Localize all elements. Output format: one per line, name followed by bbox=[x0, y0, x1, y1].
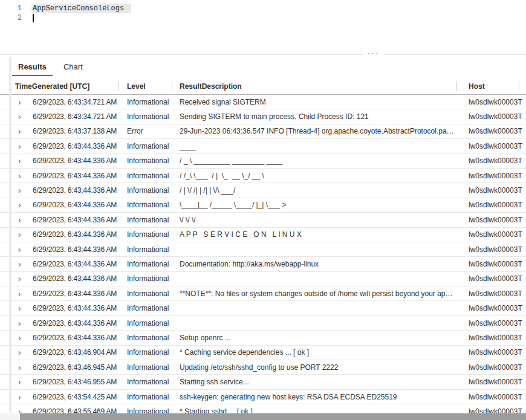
vertical-scrollbar[interactable] bbox=[9, 57, 11, 413]
row-expand-chevron-icon[interactable]: › bbox=[18, 157, 25, 164]
pane-splitter[interactable]: ··· bbox=[0, 54, 526, 55]
table-row[interactable]: › 6/29/2023, 6:43:46.904 AM Informationa… bbox=[0, 346, 526, 360]
table-row[interactable]: › 6/29/2023, 6:43:44.336 AM Informationa… bbox=[0, 169, 526, 183]
tab-chart[interactable]: Chart bbox=[57, 59, 89, 76]
column-header-level-label: Level bbox=[127, 82, 146, 91]
row-expand-chevron-icon[interactable]: › bbox=[18, 290, 25, 297]
table-row[interactable]: › 6/29/2023, 6:43:44.336 AM Informationa… bbox=[0, 316, 526, 331]
row-level: Informational bbox=[119, 289, 172, 298]
row-expand-chevron-icon[interactable]: › bbox=[18, 320, 25, 327]
row-first-cell: › 6/29/2023, 6:43:44.336 AM bbox=[0, 157, 119, 165]
row-first-cell: › 6/29/2023, 6:43:44.336 AM bbox=[0, 201, 119, 209]
row-expand-chevron-icon[interactable]: › bbox=[18, 99, 25, 106]
row-expand-chevron-icon[interactable]: › bbox=[18, 143, 25, 150]
table-row[interactable]: › 6/29/2023, 6:43:44.336 AM Informationa… bbox=[0, 272, 526, 286]
row-resultdescription: A P P S E R V I C E O N L I N U X bbox=[172, 230, 456, 239]
horizontal-scrollbar-thumb[interactable] bbox=[20, 413, 526, 420]
row-level: Informational bbox=[119, 363, 172, 372]
row-first-cell: › 6/29/2023, 6:43:46.945 AM bbox=[0, 363, 119, 372]
table-row[interactable]: › 6/29/2023, 6:43:54.425 AM Informationa… bbox=[0, 390, 526, 404]
column-header-level[interactable]: Level bbox=[119, 78, 172, 94]
editor-line-1: 1 AppServiceConsoleLogs bbox=[0, 4, 526, 13]
row-expand-chevron-icon[interactable]: › bbox=[18, 201, 25, 208]
results-tabbar: Results Chart bbox=[0, 56, 526, 76]
table-row[interactable]: › 6/29/2023, 6:43:44.336 AM Informationa… bbox=[0, 301, 526, 315]
table-row[interactable]: › 6/29/2023, 6:43:34.721 AM Informationa… bbox=[0, 109, 526, 124]
tab-results[interactable]: Results bbox=[12, 59, 53, 76]
row-expand-chevron-icon[interactable]: › bbox=[18, 334, 25, 341]
row-expand-chevron-icon[interactable]: › bbox=[18, 231, 25, 238]
row-host: lw0sdlwk00003T bbox=[456, 304, 526, 312]
table-row[interactable]: › 6/29/2023, 6:43:44.336 AM Informationa… bbox=[0, 183, 526, 198]
row-timegenerated: 6/29/2023, 6:43:46.945 AM bbox=[33, 363, 117, 372]
row-timegenerated: 6/29/2023, 6:43:44.336 AM bbox=[33, 245, 117, 254]
query-editor[interactable]: 1 AppServiceConsoleLogs 2 bbox=[0, 0, 526, 54]
row-host: lw0sdlwk00003T bbox=[456, 393, 526, 401]
row-first-cell: › 6/29/2023, 6:43:44.336 AM bbox=[0, 304, 119, 312]
table-row[interactable]: › 6/29/2023, 6:43:44.336 AM Informationa… bbox=[0, 286, 526, 301]
table-header: TimeGenerated [UTC] Level ResultDescript… bbox=[0, 78, 526, 95]
row-timegenerated: 6/29/2023, 6:43:44.336 AM bbox=[33, 319, 117, 328]
table-row[interactable]: › 6/29/2023, 6:43:44.336 AM Informationa… bbox=[0, 213, 526, 227]
row-host: lw0sdlwk00003T bbox=[456, 260, 526, 268]
table-row[interactable]: › 6/29/2023, 6:43:46.955 AM Informationa… bbox=[0, 375, 526, 389]
row-timegenerated: 6/29/2023, 6:43:46.904 AM bbox=[33, 348, 117, 357]
row-expand-chevron-icon[interactable]: › bbox=[18, 172, 25, 179]
row-first-cell: › 6/29/2023, 6:43:37.138 AM bbox=[0, 127, 119, 135]
horizontal-scrollbar-track[interactable] bbox=[0, 413, 526, 420]
row-level: Informational bbox=[119, 348, 172, 357]
row-expand-chevron-icon[interactable]: › bbox=[18, 246, 25, 253]
table-row[interactable]: › 6/29/2023, 6:43:37.138 AM Error 29-Jun… bbox=[0, 124, 526, 139]
row-resultdescription: Setup openrc ... bbox=[172, 334, 456, 342]
row-expand-chevron-icon[interactable]: › bbox=[18, 364, 25, 371]
row-expand-chevron-icon[interactable]: › bbox=[18, 305, 25, 312]
row-host: lw0sdlwk00003T bbox=[456, 172, 526, 180]
row-host: lw0sdlwk00003T bbox=[456, 216, 526, 224]
row-first-cell: › 6/29/2023, 6:43:44.336 AM bbox=[0, 142, 119, 150]
table-row[interactable]: › 6/29/2023, 6:43:44.336 AM Informationa… bbox=[0, 331, 526, 345]
row-level: Informational bbox=[119, 216, 172, 224]
row-timegenerated: 6/29/2023, 6:43:44.336 AM bbox=[33, 230, 117, 239]
row-timegenerated: 6/29/2023, 6:43:54.425 AM bbox=[33, 393, 117, 401]
row-host: lw0sdlwk00003T bbox=[456, 363, 526, 372]
row-timegenerated: 6/29/2023, 6:43:37.138 AM bbox=[33, 127, 117, 135]
row-expand-chevron-icon[interactable]: › bbox=[18, 275, 25, 282]
row-level: Informational bbox=[119, 304, 172, 312]
table-row[interactable]: › 6/29/2023, 6:43:44.336 AM Informationa… bbox=[0, 139, 526, 153]
row-resultdescription: / /_\ \___ / | \_ __ \_/ __ \ bbox=[172, 172, 456, 180]
row-expand-chevron-icon[interactable]: › bbox=[18, 349, 25, 356]
table-row[interactable]: › 6/29/2023, 6:43:44.336 AM Informationa… bbox=[0, 257, 526, 271]
row-host: lw0sdlwk00003T bbox=[456, 127, 526, 135]
row-expand-chevron-icon[interactable]: › bbox=[18, 128, 25, 135]
column-header-host-label: Host bbox=[469, 82, 485, 91]
row-expand-chevron-icon[interactable]: › bbox=[18, 216, 25, 224]
row-expand-chevron-icon[interactable]: › bbox=[18, 113, 25, 120]
row-first-cell: › 6/29/2023, 6:43:46.955 AM bbox=[0, 378, 119, 386]
row-expand-chevron-icon[interactable]: › bbox=[18, 393, 25, 401]
table-row[interactable]: › 6/29/2023, 6:43:44.336 AM Informationa… bbox=[0, 154, 526, 169]
table-row[interactable]: › 6/29/2023, 6:43:34.721 AM Informationa… bbox=[0, 95, 526, 109]
row-level: Informational bbox=[119, 274, 172, 283]
column-header-resultdescription[interactable]: ResultDescription bbox=[172, 78, 456, 94]
row-resultdescription: Starting ssh service... bbox=[172, 378, 456, 386]
log-analytics-query-view: 1 AppServiceConsoleLogs 2 ··· Results Ch… bbox=[0, 0, 526, 420]
column-header-host[interactable]: Host bbox=[456, 78, 519, 94]
row-expand-chevron-icon[interactable]: › bbox=[18, 187, 25, 194]
row-expand-chevron-icon[interactable]: › bbox=[18, 260, 25, 268]
text-cursor bbox=[33, 14, 34, 22]
row-level: Informational bbox=[119, 245, 172, 254]
row-timegenerated: 6/29/2023, 6:43:44.336 AM bbox=[33, 274, 117, 283]
table-row[interactable]: › 6/29/2023, 6:43:44.336 AM Informationa… bbox=[0, 228, 526, 242]
row-level: Informational bbox=[119, 112, 172, 121]
row-timegenerated: 6/29/2023, 6:43:44.336 AM bbox=[33, 201, 117, 209]
row-first-cell: › 6/29/2023, 6:43:44.336 AM bbox=[0, 274, 119, 283]
row-host: lw0sdlwk00003T bbox=[456, 319, 526, 328]
column-header-end-spacer bbox=[519, 78, 526, 94]
table-row[interactable]: › 6/29/2023, 6:43:44.336 AM Informationa… bbox=[0, 198, 526, 213]
row-expand-chevron-icon[interactable]: › bbox=[18, 378, 25, 386]
table-row[interactable]: › 6/29/2023, 6:43:46.945 AM Informationa… bbox=[0, 360, 526, 375]
row-host: lw0sdlwk00003T bbox=[456, 98, 526, 106]
column-header-timegenerated[interactable]: TimeGenerated [UTC] bbox=[0, 78, 119, 94]
row-level: Informational bbox=[119, 393, 172, 401]
table-row[interactable]: › 6/29/2023, 6:43:44.336 AM Informationa… bbox=[0, 242, 526, 257]
